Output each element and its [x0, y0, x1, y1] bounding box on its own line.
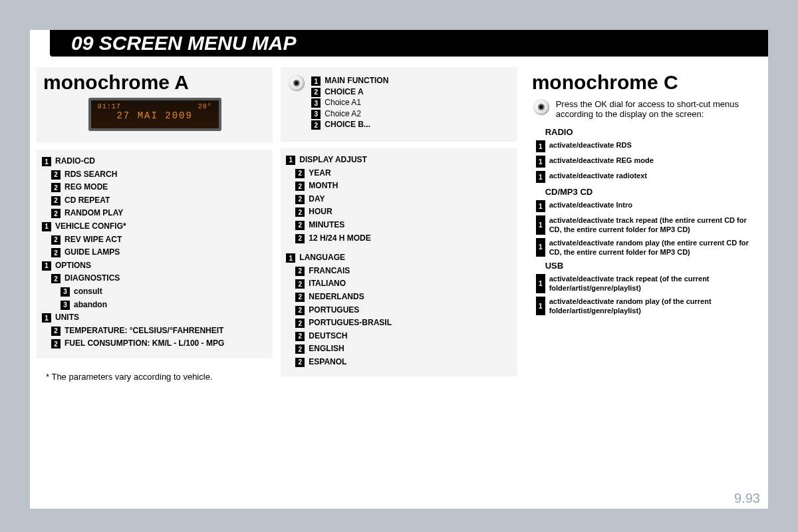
- menu-item-label: DIAGNOSTICS: [65, 273, 120, 284]
- shortcut-label: activate/deactivate Intro: [549, 200, 632, 212]
- legend-choice-a: CHOICE A: [325, 87, 363, 98]
- lcd-date: 27 MAI 2009: [91, 110, 219, 121]
- menu-item-label: CD REPEAT: [65, 196, 110, 206]
- level-badge: 2: [295, 319, 305, 328]
- menu-list-a: 1RADIO-CD2RDS SEARCH2REG MODE2CD REPEAT2…: [37, 150, 273, 358]
- shortcut-item: 1activate/deactivate random play (the en…: [536, 238, 756, 257]
- menu-item: 2MINUTES: [295, 220, 511, 231]
- shortcut-label: activate/deactivate track repeat (the en…: [549, 215, 756, 235]
- menu-item: 1OPTIONS: [42, 261, 267, 271]
- menu-item-label: RANDOM PLAY: [65, 208, 123, 219]
- menu-item: 2HOUR: [295, 207, 511, 217]
- level-badge: 1: [42, 261, 51, 271]
- menu-item-label: ENGLISH: [309, 344, 344, 354]
- subsection-heading: RADIO: [545, 127, 756, 137]
- menu-item-label: OPTIONS: [55, 261, 91, 271]
- menu-item: 2RANDOM PLAY: [51, 208, 267, 219]
- level-badge: 1: [536, 140, 545, 152]
- lcd-display: 01:17 20° 27 MAI 2009: [88, 98, 221, 131]
- menu-item: 2TEMPERATURE: °CELSIUS/°FAHRENHEIT: [51, 326, 267, 336]
- menu-item: 1UNITS: [42, 313, 267, 323]
- menu-item-label: ITALIANO: [309, 279, 346, 289]
- menu-item: 2FRANCAIS: [295, 266, 511, 277]
- level-badge: 2: [295, 306, 305, 315]
- menu-list-c: RADIO1activate/deactivate RDS1activate/d…: [531, 127, 756, 315]
- menu-item: 2PORTUGUES: [295, 305, 511, 316]
- tip-icon: ✺: [533, 99, 549, 115]
- menu-item: 2MONTH: [295, 181, 511, 192]
- menu-item: 2PORTUGUES-BRASIL: [295, 318, 511, 329]
- legend-choice-b: CHOICE B...: [325, 120, 370, 130]
- shortcut-item: 1activate/deactivate REG mode: [536, 156, 756, 168]
- menu-item: 2YEAR: [295, 168, 511, 179]
- menu-item: 2DAY: [295, 194, 511, 205]
- menu-item: 2ENGLISH: [295, 344, 511, 354]
- shortcut-item: 1activate/deactivate RDS: [536, 140, 756, 152]
- note-text: Press the OK dial for access to short-cu…: [556, 99, 753, 119]
- menu-item-label: 12 H/24 H MODE: [309, 233, 370, 244]
- level-badge: 2: [295, 221, 305, 230]
- level-badge: 2: [295, 332, 305, 341]
- shortcut-item: 1activate/deactivate random play (of the…: [536, 297, 756, 316]
- shortcut-label: activate/deactivate track repeat (of the…: [549, 274, 756, 293]
- legend-lines: 1MAIN FUNCTION 2CHOICE A 3Choice A1 3Cho…: [311, 75, 388, 131]
- menu-item-label: PORTUGUES: [309, 305, 359, 316]
- menu-item: 1LANGUAGE: [286, 253, 511, 263]
- shortcut-item: 1activate/deactivate track repeat (the e…: [536, 215, 756, 235]
- title-notch: [30, 30, 51, 57]
- menu-item: 2CD REPEAT: [51, 196, 267, 206]
- menu-item-label: YEAR: [309, 168, 331, 179]
- menu-item: 1RADIO-CD: [42, 156, 267, 167]
- lcd-temp: 20°: [198, 103, 212, 110]
- menu-item-label: VEHICLE CONFIG*: [55, 221, 126, 232]
- menu-item-label: abandon: [74, 300, 107, 311]
- menu-item: 2REV WIPE ACT: [51, 235, 267, 245]
- level-badge: 2: [295, 207, 305, 217]
- menu-item: 3consult: [61, 287, 267, 297]
- manual-page: 09 SCREEN MENU MAP monochrome A 01:17 20…: [30, 30, 768, 509]
- shortcut-item: 1activate/deactivate Intro: [536, 200, 756, 212]
- page-title: 09 SCREEN MENU MAP: [50, 30, 768, 57]
- level-badge: 2: [295, 195, 305, 204]
- menu-item: 1DISPLAY ADJUST: [286, 155, 511, 166]
- menu-item: 1VEHICLE CONFIG*: [42, 221, 267, 232]
- level-badge: 1: [536, 200, 545, 212]
- menu-item-label: FRANCAIS: [309, 266, 350, 277]
- menu-item-label: DEUTSCH: [309, 331, 347, 342]
- column-monochrome-a: monochrome A 01:17 20° 27 MAI 2009 1RADI…: [37, 67, 273, 487]
- level-badge: 2: [295, 293, 305, 302]
- level-badge: 1: [536, 171, 545, 183]
- column-center: ✺ 1MAIN FUNCTION 2CHOICE A 3Choice A1 3C…: [281, 67, 517, 487]
- menu-item: 2ITALIANO: [295, 279, 511, 289]
- shortcut-label: activate/deactivate random play (of the …: [549, 297, 756, 316]
- menu-item-label: FUEL CONSUMPTION: KM/L - L/100 - MPG: [65, 338, 224, 349]
- menu-item-label: GUIDE LAMPS: [65, 247, 120, 258]
- legend-main: MAIN FUNCTION: [325, 76, 388, 86]
- menu-item-label: DISPLAY ADJUST: [299, 155, 367, 166]
- level-badge: 1: [536, 156, 545, 168]
- level-badge: 1: [536, 297, 545, 316]
- subsection-heading: USB: [545, 261, 756, 271]
- title-bar: 09 SCREEN MENU MAP: [30, 30, 768, 62]
- level-badge: 2: [51, 339, 61, 348]
- level-badge: 2: [295, 182, 305, 191]
- menu-item-label: LANGUAGE: [299, 253, 345, 263]
- shortcut-label: activate/deactivate random play (the ent…: [549, 238, 756, 257]
- level-badge: 2: [295, 358, 305, 367]
- panel-a-header: monochrome A 01:17 20° 27 MAI 2009: [37, 67, 273, 143]
- menu-item-label: REG MODE: [65, 182, 108, 193]
- menu-item-label: MONTH: [309, 181, 338, 192]
- level-badge: 2: [51, 170, 61, 180]
- menu-item: 2RDS SEARCH: [51, 170, 267, 180]
- lcd-time: 01:17: [98, 103, 121, 110]
- shortcut-label: activate/deactivate REG mode: [549, 156, 654, 168]
- menu-item: 2DIAGNOSTICS: [51, 273, 267, 284]
- menu-item: 2NEDERLANDS: [295, 292, 511, 303]
- level-badge: 2: [51, 274, 61, 283]
- shortcut-item: 1activate/deactivate radiotext: [536, 171, 756, 183]
- menu-item: 212 H/24 H MODE: [295, 233, 511, 244]
- menu-item-label: RADIO-CD: [55, 156, 95, 167]
- shortcut-item: 1activate/deactivate track repeat (of th…: [536, 274, 756, 293]
- level-badge: 2: [51, 327, 61, 336]
- column-monochrome-c: monochrome C ✺ Press the OK dial for acc…: [525, 67, 761, 487]
